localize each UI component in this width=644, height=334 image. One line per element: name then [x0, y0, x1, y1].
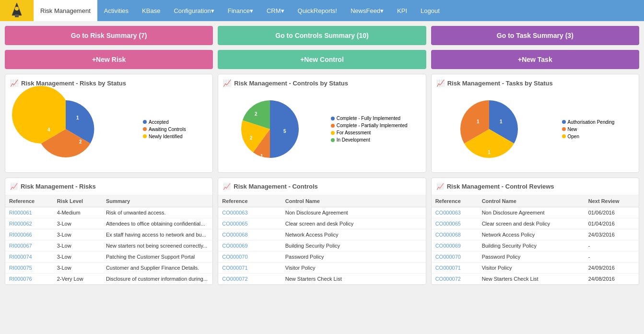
risk-ref-link[interactable]: RI000061 [9, 210, 32, 215]
nav-item-configuration[interactable]: Configuration ▾ [167, 0, 221, 21]
nav-item-crm[interactable]: CRM ▾ [260, 0, 291, 21]
review-control-name: Password Policy [478, 251, 585, 262]
nav-item-kpi[interactable]: KPI [390, 0, 414, 21]
table-row: CO000063 Non Disclosure Agreement [218, 207, 425, 218]
review-ref-link[interactable]: CO000071 [435, 265, 461, 271]
svg-text:1: 1 [260, 154, 263, 159]
risk-summary: Customer and Supplier Finance Details. [102, 262, 212, 274]
risk-summary: New starters not being screened correctl… [102, 240, 212, 251]
review-ref-link[interactable]: CO000072 [435, 276, 461, 282]
legend-label-open: Open [568, 134, 579, 139]
svg-text:1: 1 [477, 119, 480, 124]
table-row: CO000068 Network Access Policy 24/03/201… [432, 229, 639, 240]
controls-col-reference: Reference [218, 195, 281, 207]
review-ref-link[interactable]: CO000065 [435, 221, 461, 227]
review-control-name: Network Access Policy [478, 229, 585, 240]
risks-chart-area: 1 2 4 Accepted Awaiting Controls [10, 91, 208, 167]
risks-col-reference: Reference [5, 195, 53, 207]
summary-buttons-row: Go to Risk Summary (7) Go to Controls Su… [5, 26, 639, 45]
go-to-task-summary-button[interactable]: Go to Task Summary (3) [431, 26, 639, 45]
review-next-review: 01/04/2016 [585, 218, 639, 229]
svg-text:1: 1 [500, 119, 503, 124]
legend-label-awaiting: Awaiting Controls [149, 127, 186, 132]
legend-item-development: In Development [331, 137, 408, 143]
review-ref-link[interactable]: CO000063 [435, 210, 461, 215]
legend-label-assessment: For Assessment [337, 130, 371, 135]
control-ref-link[interactable]: CO000071 [222, 265, 247, 271]
legend-item-assessment: For Assessment [331, 130, 408, 135]
control-name: Password Policy [281, 251, 426, 262]
legend-item-open: Open [562, 134, 615, 139]
control-name: Non Disclosure Agreement [281, 207, 426, 218]
review-ref-link[interactable]: CO000069 [435, 243, 461, 249]
controls-by-status-panel: 📈 Risk Management - Controls by Status 5… [218, 74, 426, 173]
go-to-risk-summary-button[interactable]: Go to Risk Summary (7) [5, 26, 213, 45]
legend-item-accepted: Accepted [143, 119, 186, 125]
nav-item-finance[interactable]: Finance ▾ [221, 0, 260, 21]
legend-label-fully: Complete - Fully Implemented [337, 116, 400, 121]
control-ref-link[interactable]: CO000065 [222, 221, 247, 227]
table-row: RI000061 4-Medium Risk of unwanted acces… [5, 207, 212, 218]
controls-by-status-title: 📈 Risk Management - Controls by Status [223, 79, 421, 87]
nav-item-quickreports[interactable]: QuickReports! [291, 0, 344, 21]
tasks-by-status-panel: 📈 Risk Management - Tasks by Status 1 1 … [431, 74, 639, 173]
legend-dot-development [331, 138, 335, 142]
risk-summary: Attendees to office obtaining confidenti… [102, 218, 212, 229]
controls-chart-area: 5 1 2 2 Complete - Fully Implemented [223, 91, 421, 167]
risk-ref-link[interactable]: RI000076 [9, 276, 32, 282]
reviews-col-next-review: Next Review [585, 195, 639, 207]
legend-label-development: In Development [337, 137, 370, 143]
control-ref-link[interactable]: CO000070 [222, 254, 247, 260]
review-next-review: 01/06/2016 [585, 207, 639, 218]
control-ref-link[interactable]: CO000063 [222, 210, 247, 215]
table-row: RI000074 3-Low Patching the Customer Sup… [5, 251, 212, 262]
risks-col-level: Risk Level [53, 195, 102, 207]
control-ref-link[interactable]: CO000068 [222, 232, 247, 238]
risk-ref-link[interactable]: RI000066 [9, 232, 32, 238]
legend-dot-open [562, 134, 566, 138]
control-name: Building Security Policy [281, 240, 426, 251]
table-row: CO000071 Visitor Policy 24/09/2016 [432, 262, 639, 274]
new-risk-button[interactable]: +New Risk [5, 50, 213, 69]
new-task-button[interactable]: +New Task [431, 50, 639, 69]
control-reviews-table: Reference Control Name Next Review CO000… [432, 195, 639, 285]
tables-row: 📈 Risk Management - Risks Reference Risk… [5, 178, 639, 285]
risks-table: Reference Risk Level Summary RI000061 4-… [5, 195, 212, 285]
nav-item-logout[interactable]: Logout [414, 0, 446, 21]
table-row: CO000065 Clear screen and desk Policy 01… [432, 218, 639, 229]
control-ref-link[interactable]: CO000069 [222, 243, 247, 249]
tasks-pie-chart: 1 1 1 [456, 95, 523, 163]
table-row: CO000071 Visitor Policy [218, 262, 425, 274]
new-control-button[interactable]: +New Control [218, 50, 426, 69]
legend-label-new: New [568, 127, 577, 132]
legend-dot-newly [143, 134, 147, 138]
nav-item-kbase[interactable]: KBase [135, 0, 167, 21]
risk-ref-link[interactable]: RI000075 [9, 265, 32, 271]
table-row: RI000066 3-Low Ex staff having access to… [5, 229, 212, 240]
svg-text:5: 5 [283, 129, 286, 134]
legend-label-auth-pending: Authorisation Pending [568, 119, 615, 125]
risks-by-status-panel: 📈 Risk Management - Risks by Status 1 2 … [5, 74, 213, 173]
table-row: RI000067 3-Low New starters not being sc… [5, 240, 212, 251]
table-row: CO000065 Clear screen and desk Policy [218, 218, 425, 229]
chart-icon-reviews-table: 📈 [436, 183, 444, 190]
review-control-name: Clear screen and desk Policy [478, 218, 585, 229]
nav-item-risk-management[interactable]: Risk Management [34, 0, 97, 21]
risk-ref-link[interactable]: RI000062 [9, 221, 32, 227]
risk-level: 3-Low [53, 218, 102, 229]
controls-table-title: 📈 Risk Management - Controls [218, 178, 425, 195]
new-buttons-row: +New Risk +New Control +New Task [5, 50, 639, 69]
nav-item-activities[interactable]: Activities [97, 0, 135, 21]
control-name: Clear screen and desk Policy [281, 218, 426, 229]
risk-ref-link[interactable]: RI000074 [9, 254, 32, 260]
go-to-controls-summary-button[interactable]: Go to Controls Summary (10) [218, 26, 426, 45]
risk-ref-link[interactable]: RI000067 [9, 243, 32, 249]
control-reviews-table-title: 📈 Risk Management - Control Reviews [432, 178, 639, 195]
review-ref-link[interactable]: CO000070 [435, 254, 461, 260]
review-ref-link[interactable]: CO000068 [435, 232, 461, 238]
nav-item-newsfeed[interactable]: NewsFeed ▾ [344, 0, 390, 21]
risk-level: 4-Medium [53, 207, 102, 218]
legend-label-partially: Complete - Partially Implemented [337, 123, 408, 128]
chart-icon-controls: 📈 [223, 79, 231, 87]
control-ref-link[interactable]: CO000072 [222, 276, 247, 282]
